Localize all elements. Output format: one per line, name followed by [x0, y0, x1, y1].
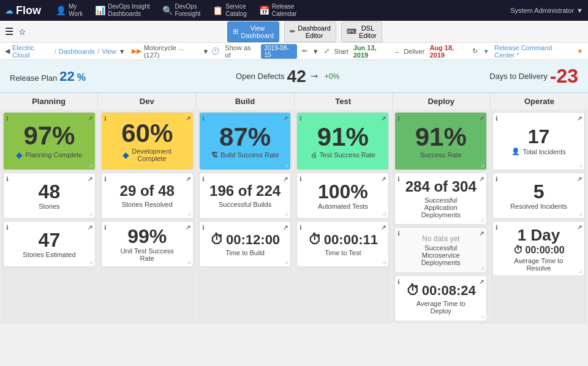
info-icon-dep1[interactable]: ℹ [398, 115, 400, 122]
release-plan-label: Release Plan [10, 73, 57, 83]
resize-handle-dep2[interactable]: ⊿ [480, 217, 485, 223]
expand-icon-dep4[interactable]: ↗ [479, 278, 484, 285]
expand-icon-3[interactable]: ↗ [88, 224, 92, 231]
resize-handle-op3[interactable]: ⊿ [578, 268, 583, 274]
stories-estimated-value: 47 [39, 230, 61, 250]
breadcrumb-actions: 🕐 Show as of 2019-08-15 ✏ ▼ ⤢ Start Jun … [211, 44, 583, 59]
resize-handle-2[interactable]: ⊿ [89, 211, 94, 217]
deploy-pct-value: 91% [415, 124, 467, 150]
info-icon-2[interactable]: ℹ [6, 176, 9, 182]
expand-icon-1[interactable]: ↗ [88, 115, 92, 122]
pipeline-star[interactable]: ★ [577, 47, 583, 55]
expand-icon-op1[interactable]: ↗ [577, 115, 582, 122]
nav-my-work[interactable]: 👤 My Work [51, 1, 88, 20]
breadcrumb-dropdown-icon[interactable]: ▼ [119, 48, 126, 55]
info-icon-op1[interactable]: ℹ [496, 115, 498, 122]
breadcrumb-electric-cloud[interactable]: Electric Cloud [12, 44, 52, 59]
expand-icon-dep2[interactable]: ↗ [479, 176, 484, 182]
dev-pct-value: 60% [121, 121, 173, 146]
breadcrumb-view[interactable]: View [102, 48, 116, 55]
refresh-icon[interactable]: ↻ [472, 47, 478, 55]
resize-handle-t3[interactable]: ⊿ [382, 259, 387, 265]
info-icon-dep3[interactable]: ℹ [398, 230, 400, 237]
pipeline-dropdown[interactable]: ▼ [483, 48, 489, 55]
expand-icon-b2[interactable]: ↗ [283, 176, 288, 182]
nav-release-calendar[interactable]: 📅 Release Calendar [254, 1, 302, 20]
app-title: Flow [16, 4, 41, 17]
info-icon-b3[interactable]: ℹ [202, 224, 205, 231]
resize-handle-t1[interactable]: ⊿ [382, 162, 387, 168]
nav-devops-insight[interactable]: 📊 DevOps Insight Dashboards [90, 1, 154, 20]
expand-icon-t3[interactable]: ↗ [381, 224, 386, 231]
nav-devops-foresight[interactable]: 🔍 DevOps Foresight [157, 1, 206, 20]
info-icon-t1[interactable]: ℹ [300, 115, 302, 122]
release-name[interactable]: Motorcycle ... (127) [144, 44, 199, 59]
defects-value: 42 [287, 67, 306, 86]
resize-handle-dep3[interactable]: ⊿ [480, 265, 485, 271]
resize-handle-3[interactable]: ⊿ [89, 259, 94, 265]
breadcrumb-dashboards[interactable]: Dashboards [59, 48, 95, 55]
info-icon-d2[interactable]: ℹ [104, 176, 107, 182]
resize-handle-dep4[interactable]: ⊿ [480, 313, 485, 319]
info-icon-op3[interactable]: ℹ [496, 224, 498, 231]
time-to-build-card: ℹ ↗ ⏱ 00:12:00 Time to Build ⊿ [199, 221, 292, 267]
breadcrumb-back[interactable]: ◀ [5, 47, 10, 55]
resize-handle-b1[interactable]: ⊿ [284, 162, 289, 168]
defects-section: Open Defects 42 → +0% [236, 67, 339, 86]
avg-resolve-day-value: 1 Day [518, 226, 560, 245]
nav-service-catalog[interactable]: 📋 Service Catalog [208, 1, 251, 20]
expand-icon-dep3[interactable]: ↗ [479, 230, 484, 237]
expand-icon-b1[interactable]: ↗ [283, 115, 288, 122]
hamburger-button[interactable]: ☰ [5, 26, 13, 37]
resize-handle-dep1[interactable]: ⊿ [480, 162, 485, 168]
dashboard-editor-button[interactable]: ✏ Dashboard Editor [284, 21, 336, 42]
avg-time-resolve-label: Average Time toResolve [514, 257, 564, 272]
info-icon-b2[interactable]: ℹ [202, 176, 205, 182]
expand-icon[interactable]: ⤢ [324, 47, 330, 55]
show-as-of-date[interactable]: 2019-08-15 [261, 44, 297, 59]
view-dashboard-button[interactable]: ⊞ View Dashboard [227, 21, 279, 42]
info-icon-b1[interactable]: ℹ [202, 115, 205, 122]
resize-handle-b3[interactable]: ⊿ [284, 259, 289, 265]
expand-icon-t2[interactable]: ↗ [381, 176, 386, 182]
defects-change: +0% [325, 72, 339, 81]
logo[interactable]: ☁ Flow [5, 4, 41, 17]
resize-handle-d2[interactable]: ⊿ [187, 211, 192, 217]
expand-icon-b3[interactable]: ↗ [283, 224, 288, 231]
info-icon-t3[interactable]: ℹ [300, 224, 302, 231]
info-icon-dep2[interactable]: ℹ [398, 176, 400, 182]
resize-handle-op1[interactable]: ⊿ [578, 162, 583, 168]
info-icon-1[interactable]: ℹ [6, 115, 9, 122]
expand-icon-d1[interactable]: ↗ [186, 115, 190, 122]
info-icon-3[interactable]: ℹ [6, 224, 9, 231]
info-icon-d3[interactable]: ℹ [104, 224, 107, 231]
resize-handle-op2[interactable]: ⊿ [578, 211, 583, 217]
expand-icon-d3[interactable]: ↗ [186, 224, 190, 231]
resize-handle-d1[interactable]: ⊿ [187, 162, 192, 168]
resize-handle-t2[interactable]: ⊿ [382, 211, 387, 217]
info-icon-dep4[interactable]: ℹ [398, 278, 400, 285]
expand-icon-t1[interactable]: ↗ [381, 115, 386, 122]
info-icon-d1[interactable]: ℹ [104, 115, 107, 122]
star-button[interactable]: ☆ [18, 27, 26, 37]
dashboard-main: Planning Dev Build Test Deploy Operate ℹ… [0, 93, 588, 324]
edit-date-icon[interactable]: ✏ [302, 47, 307, 55]
resize-handle-b2[interactable]: ⊿ [284, 211, 289, 217]
expand-icon-dep1[interactable]: ↗ [479, 115, 484, 122]
stories-resolved-card: ℹ ↗ 29 of 48 Stories Resolved ⊿ [101, 173, 194, 218]
expand-icon-op2[interactable]: ↗ [577, 176, 582, 182]
nav-items: 👤 My Work 📊 DevOps Insight Dashboards 🔍 … [51, 1, 510, 20]
expand-icon-d2[interactable]: ↗ [186, 176, 190, 182]
pipeline-link[interactable]: Release Command Center * [494, 44, 572, 59]
filter-icon[interactable]: ▼ [312, 48, 319, 55]
resize-handle-d3[interactable]: ⊿ [187, 259, 192, 265]
dsl-editor-button[interactable]: ⌨ DSL Editor [341, 21, 382, 42]
expand-icon-2[interactable]: ↗ [88, 176, 92, 182]
resize-handle-1[interactable]: ⊿ [89, 162, 94, 168]
user-menu[interactable]: System Administrator ▼ [510, 7, 583, 14]
info-icon-t2[interactable]: ℹ [300, 176, 302, 182]
info-icon-op2[interactable]: ℹ [496, 176, 498, 182]
time-to-test-text: 00:00:11 [324, 232, 378, 248]
expand-icon-op3[interactable]: ↗ [577, 224, 582, 231]
dev-column: ℹ ↗ 60% ◆ DevelopmentComplete ⊿ ℹ ↗ 29 o… [99, 110, 196, 324]
